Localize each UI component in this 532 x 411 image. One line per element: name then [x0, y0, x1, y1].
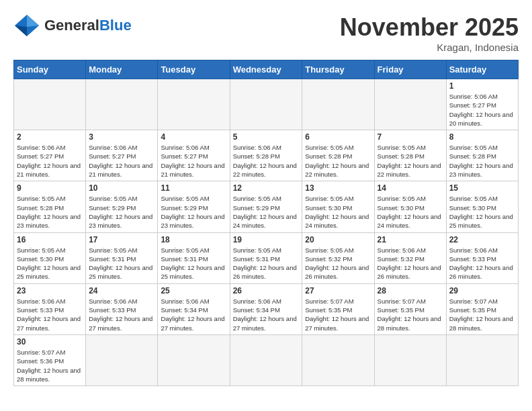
day-info: Sunrise: 5:07 AM Sunset: 5:35 PM Dayligh… [305, 297, 371, 332]
calendar-cell: 14Sunrise: 5:05 AM Sunset: 5:30 PM Dayli… [374, 181, 446, 232]
day-number: 23 [17, 286, 83, 295]
day-number: 30 [17, 337, 83, 347]
month-title: November 2025 [340, 13, 519, 42]
day-info: Sunrise: 5:05 AM Sunset: 5:30 PM Dayligh… [378, 194, 443, 230]
calendar-cell [374, 334, 446, 385]
day-info: Sunrise: 5:05 AM Sunset: 5:29 PM Dayligh… [233, 194, 300, 230]
col-sunday: Sunday [14, 60, 86, 79]
day-info: Sunrise: 5:06 AM Sunset: 5:33 PM Dayligh… [449, 246, 515, 281]
day-info: Sunrise: 5:05 AM Sunset: 5:29 PM Dayligh… [161, 194, 226, 230]
day-info: Sunrise: 5:05 AM Sunset: 5:29 PM Dayligh… [89, 194, 154, 230]
calendar-cell [230, 79, 302, 130]
day-number: 3 [89, 132, 154, 142]
day-info: Sunrise: 5:06 AM Sunset: 5:32 PM Dayligh… [378, 246, 443, 281]
day-info: Sunrise: 5:05 AM Sunset: 5:32 PM Dayligh… [305, 246, 371, 281]
day-info: Sunrise: 5:07 AM Sunset: 5:35 PM Dayligh… [378, 297, 443, 332]
day-number: 13 [305, 183, 371, 193]
calendar-cell: 27Sunrise: 5:07 AM Sunset: 5:35 PM Dayli… [302, 283, 374, 334]
calendar-cell: 10Sunrise: 5:05 AM Sunset: 5:29 PM Dayli… [86, 181, 158, 232]
day-info: Sunrise: 5:06 AM Sunset: 5:27 PM Dayligh… [17, 143, 83, 179]
day-info: Sunrise: 5:06 AM Sunset: 5:28 PM Dayligh… [233, 143, 300, 179]
calendar-header-row: Sunday Monday Tuesday Wednesday Thursday… [14, 60, 519, 79]
day-info: Sunrise: 5:05 AM Sunset: 5:28 PM Dayligh… [378, 143, 443, 179]
calendar-cell: 9Sunrise: 5:05 AM Sunset: 5:28 PM Daylig… [14, 181, 86, 232]
logo: GeneralBlue [13, 13, 132, 38]
day-number: 4 [161, 132, 226, 142]
calendar-cell: 19Sunrise: 5:05 AM Sunset: 5:31 PM Dayli… [230, 232, 302, 283]
calendar-cell: 21Sunrise: 5:06 AM Sunset: 5:32 PM Dayli… [374, 232, 446, 283]
calendar-cell: 5Sunrise: 5:06 AM Sunset: 5:28 PM Daylig… [230, 130, 302, 181]
calendar-cell: 26Sunrise: 5:06 AM Sunset: 5:34 PM Dayli… [230, 283, 302, 334]
day-number: 11 [161, 183, 226, 193]
calendar-cell: 1Sunrise: 5:06 AM Sunset: 5:27 PM Daylig… [446, 79, 518, 130]
logo-icon [13, 13, 40, 38]
calendar-cell: 17Sunrise: 5:05 AM Sunset: 5:31 PM Dayli… [86, 232, 158, 283]
calendar-cell [302, 334, 374, 385]
calendar-cell [302, 79, 374, 130]
day-number: 12 [233, 183, 300, 193]
day-number: 27 [305, 286, 371, 295]
day-info: Sunrise: 5:06 AM Sunset: 5:34 PM Dayligh… [161, 297, 226, 332]
day-number: 18 [161, 235, 226, 244]
day-info: Sunrise: 5:05 AM Sunset: 5:30 PM Dayligh… [449, 194, 515, 230]
day-number: 5 [233, 132, 300, 142]
day-number: 2 [17, 132, 83, 142]
calendar-cell: 20Sunrise: 5:05 AM Sunset: 5:32 PM Dayli… [302, 232, 374, 283]
calendar-cell: 23Sunrise: 5:06 AM Sunset: 5:33 PM Dayli… [14, 283, 86, 334]
title-block: November 2025 Kragan, Indonesia [340, 13, 519, 53]
calendar-cell: 28Sunrise: 5:07 AM Sunset: 5:35 PM Dayli… [374, 283, 446, 334]
calendar-cell: 13Sunrise: 5:05 AM Sunset: 5:30 PM Dayli… [302, 181, 374, 232]
day-info: Sunrise: 5:05 AM Sunset: 5:28 PM Dayligh… [17, 194, 83, 230]
col-friday: Friday [374, 60, 446, 79]
day-number: 19 [233, 235, 300, 244]
day-number: 17 [89, 235, 154, 244]
day-number: 1 [449, 81, 515, 91]
day-number: 6 [305, 132, 371, 142]
day-info: Sunrise: 5:05 AM Sunset: 5:31 PM Dayligh… [161, 246, 226, 281]
day-info: Sunrise: 5:05 AM Sunset: 5:28 PM Dayligh… [449, 143, 515, 179]
day-number: 15 [449, 183, 515, 193]
day-info: Sunrise: 5:05 AM Sunset: 5:30 PM Dayligh… [305, 194, 371, 230]
page-header: GeneralBlue November 2025 Kragan, Indone… [13, 13, 519, 53]
calendar-cell: 4Sunrise: 5:06 AM Sunset: 5:27 PM Daylig… [158, 130, 230, 181]
svg-marker-2 [15, 26, 27, 36]
calendar-cell [158, 334, 230, 385]
calendar-cell [158, 79, 230, 130]
calendar-cell: 11Sunrise: 5:05 AM Sunset: 5:29 PM Dayli… [158, 181, 230, 232]
calendar-cell: 3Sunrise: 5:06 AM Sunset: 5:27 PM Daylig… [86, 130, 158, 181]
day-number: 7 [378, 132, 443, 142]
day-number: 25 [161, 286, 226, 295]
day-info: Sunrise: 5:05 AM Sunset: 5:31 PM Dayligh… [89, 246, 154, 281]
day-number: 29 [449, 286, 515, 295]
col-wednesday: Wednesday [230, 60, 302, 79]
calendar-cell: 30Sunrise: 5:07 AM Sunset: 5:36 PM Dayli… [14, 334, 86, 385]
calendar-cell: 15Sunrise: 5:05 AM Sunset: 5:30 PM Dayli… [446, 181, 518, 232]
day-info: Sunrise: 5:05 AM Sunset: 5:31 PM Dayligh… [233, 246, 300, 281]
day-number: 14 [378, 183, 443, 193]
calendar-cell: 7Sunrise: 5:05 AM Sunset: 5:28 PM Daylig… [374, 130, 446, 181]
calendar-cell: 2Sunrise: 5:06 AM Sunset: 5:27 PM Daylig… [14, 130, 86, 181]
day-number: 9 [17, 183, 83, 193]
calendar-cell [446, 334, 518, 385]
day-number: 16 [17, 235, 83, 244]
day-number: 8 [449, 132, 515, 142]
day-number: 21 [378, 235, 443, 244]
day-number: 10 [89, 183, 154, 193]
day-info: Sunrise: 5:06 AM Sunset: 5:33 PM Dayligh… [89, 297, 154, 332]
calendar-table: Sunday Monday Tuesday Wednesday Thursday… [13, 60, 519, 386]
calendar-cell: 24Sunrise: 5:06 AM Sunset: 5:33 PM Dayli… [86, 283, 158, 334]
calendar-cell: 8Sunrise: 5:05 AM Sunset: 5:28 PM Daylig… [446, 130, 518, 181]
calendar-cell [374, 79, 446, 130]
day-number: 20 [305, 235, 371, 244]
calendar-cell: 25Sunrise: 5:06 AM Sunset: 5:34 PM Dayli… [158, 283, 230, 334]
col-saturday: Saturday [446, 60, 518, 79]
col-monday: Monday [86, 60, 158, 79]
calendar-cell: 29Sunrise: 5:07 AM Sunset: 5:35 PM Dayli… [446, 283, 518, 334]
calendar-cell [14, 79, 86, 130]
day-info: Sunrise: 5:05 AM Sunset: 5:30 PM Dayligh… [17, 246, 83, 281]
day-number: 22 [449, 235, 515, 244]
day-info: Sunrise: 5:06 AM Sunset: 5:33 PM Dayligh… [17, 297, 83, 332]
calendar-cell: 18Sunrise: 5:05 AM Sunset: 5:31 PM Dayli… [158, 232, 230, 283]
svg-marker-1 [27, 15, 39, 27]
col-tuesday: Tuesday [158, 60, 230, 79]
